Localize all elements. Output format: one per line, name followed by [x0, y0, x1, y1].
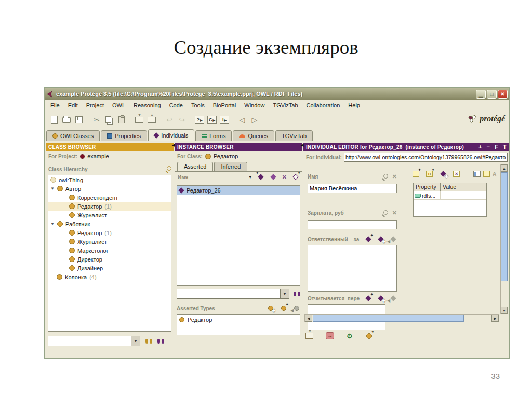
tree-item-designer[interactable]: Дизайнер — [48, 264, 171, 272]
menu-bioportal[interactable]: BioPortal — [209, 101, 241, 109]
menu-owl[interactable]: OWL — [108, 101, 129, 109]
search-class-icon[interactable] — [165, 166, 171, 172]
copy-instance-icon[interactable] — [270, 173, 277, 181]
expander-icon[interactable]: ▼ — [50, 186, 55, 191]
find-class-icon[interactable] — [145, 338, 152, 344]
undo-icon[interactable]: ↩ — [164, 114, 175, 126]
maximize-button[interactable]: □ — [487, 90, 497, 99]
menu-collaboration[interactable]: Collaboration — [302, 101, 344, 109]
annotation-row[interactable]: rdfs... — [414, 191, 486, 200]
delete-annotation-icon[interactable]: ✕ — [453, 170, 460, 177]
menu-file[interactable]: File — [46, 101, 64, 109]
layout-icon[interactable] — [473, 171, 481, 177]
tree-item-owl-thing[interactable]: owl:Thing — [48, 175, 171, 184]
tree-item-worker[interactable]: ▼Работник — [48, 219, 171, 228]
tree-item-journalist2[interactable]: Журналист — [48, 237, 171, 246]
salary-field-input[interactable] — [308, 220, 397, 229]
responsible-for-list[interactable] — [308, 245, 397, 292]
new-project-icon[interactable] — [48, 114, 60, 126]
class-search-combo[interactable]: ▼ — [48, 336, 140, 346]
goto-resource-icon[interactable]: → — [326, 332, 334, 339]
archive-icon[interactable] — [134, 114, 145, 126]
expander-icon[interactable]: ▼ — [50, 222, 55, 226]
horizontal-scrollbar[interactable]: ◀ ▶ — [304, 314, 499, 322]
menu-code[interactable]: Code — [165, 101, 187, 109]
tab-inferred[interactable]: Inferred — [214, 162, 247, 171]
vertical-scrollbar[interactable]: ▲ ▼ — [500, 164, 508, 314]
individual-uri-input[interactable] — [344, 153, 508, 162]
menu-help[interactable]: Help — [344, 101, 364, 109]
scroll-down-icon[interactable]: ▼ — [501, 307, 508, 314]
annotation-a-icon[interactable] — [483, 170, 490, 177]
copy-icon[interactable] — [103, 114, 115, 126]
annotation-row-empty[interactable] — [414, 208, 486, 216]
horizontal-scroll-thumb[interactable] — [313, 315, 464, 322]
asserted-types-list[interactable]: Редактор — [177, 314, 300, 335]
scroll-left-icon[interactable]: ◀ — [305, 315, 312, 322]
search-value-icon[interactable] — [381, 174, 388, 180]
instance-search-combo[interactable]: ▼ — [177, 289, 289, 299]
create-resource-icon[interactable]: ✦ — [364, 295, 372, 302]
minimize-button[interactable]: ▁ — [476, 90, 486, 99]
instance-list[interactable]: Редактор_26 — [177, 185, 300, 286]
class-box-icon[interactable]: C▶ — [206, 114, 218, 126]
tree-item-director[interactable]: Директор — [48, 255, 171, 264]
tree-item-column[interactable]: Колонка(4) — [48, 272, 171, 281]
menu-project[interactable]: Project — [82, 101, 108, 109]
remove-resource-icon[interactable]: ◀ — [389, 236, 397, 243]
annotate-instance-icon[interactable]: ✦ — [291, 173, 299, 181]
forward-icon[interactable]: ▷ — [249, 114, 260, 126]
add-resource-icon[interactable]: ✚ — [377, 295, 384, 302]
paste-icon[interactable] — [116, 114, 127, 126]
dropdown-arrow-icon[interactable]: ▼ — [131, 336, 140, 346]
clear-value-icon[interactable]: ✕ — [392, 173, 397, 180]
tree-item-editor2[interactable]: Редактор(1) — [48, 228, 171, 237]
editor-f-button[interactable]: F — [495, 144, 498, 150]
back-icon[interactable]: ◁ — [236, 114, 248, 126]
splitter-collapse-icon[interactable]: ◀ — [172, 143, 175, 147]
menu-edit[interactable]: Edit — [64, 101, 82, 109]
extract-icon[interactable] — [146, 114, 157, 126]
query-box-icon[interactable]: ?▶ — [194, 114, 205, 126]
add-type-icon[interactable]: ✚ — [267, 305, 274, 312]
create-type-icon[interactable]: ✦ — [280, 305, 287, 312]
save-project-icon[interactable] — [73, 114, 85, 126]
tree-item-correspondent[interactable]: Корреспондент — [48, 193, 171, 202]
vertical-scroll-thumb[interactable] — [501, 172, 508, 281]
annotations-table[interactable]: Property Value rdfs... — [413, 183, 487, 217]
editor-minus-button[interactable]: − — [487, 144, 490, 150]
add-resource-icon[interactable]: ✚ — [377, 236, 384, 243]
search-value-icon[interactable] — [381, 210, 388, 216]
find-individual-icon[interactable] — [157, 338, 164, 344]
class-tree[interactable]: owl:Thing ▼Автор Корреспондент Редактор(… — [48, 175, 171, 332]
open-project-icon[interactable] — [61, 114, 72, 126]
scroll-up-icon[interactable]: ▲ — [501, 164, 508, 172]
run-reasoner-icon[interactable]: ⚙ — [347, 333, 353, 339]
menu-reasoning[interactable]: Reasoning — [129, 101, 165, 109]
annotation-row-empty[interactable] — [414, 200, 486, 208]
tree-item-editor-selected[interactable]: Редактор(1) — [48, 202, 171, 211]
delete-instance-icon[interactable]: ✕ — [282, 174, 287, 181]
instance-row-selected[interactable]: Редактор_26 — [177, 186, 300, 195]
find-instance-icon[interactable] — [294, 291, 300, 296]
scroll-right-icon[interactable]: ▶ — [491, 315, 499, 322]
clear-value-icon[interactable]: ✕ — [392, 210, 397, 216]
remove-resource-icon[interactable]: ◀ — [389, 295, 397, 302]
tab-forms[interactable]: Forms — [195, 130, 232, 141]
menu-window[interactable]: Window — [240, 101, 269, 109]
tab-individuals[interactable]: Individuals — [148, 129, 194, 141]
create-class-icon[interactable]: ✦ — [365, 332, 373, 339]
tree-item-author[interactable]: ▼Автор — [48, 184, 171, 193]
window-titlebar[interactable]: example Protégé 3.5 (file:\C:\Program%20… — [45, 88, 509, 100]
menu-tools[interactable]: Tools — [187, 101, 209, 109]
tab-owlclasses[interactable]: OWLClasses — [46, 130, 100, 141]
tab-properties[interactable]: Properties — [101, 130, 147, 141]
close-button[interactable]: ✕ — [498, 90, 508, 99]
tree-item-journalist[interactable]: Журналист — [48, 211, 171, 219]
individual-box-icon[interactable]: I▶ — [219, 114, 230, 126]
editor-t-button[interactable]: T — [503, 144, 507, 150]
name-field-input[interactable] — [308, 184, 397, 193]
asserted-type-row[interactable]: Редактор — [177, 315, 300, 324]
dropdown-arrow-icon[interactable]: ▼ — [281, 289, 289, 299]
tab-queries[interactable]: Queries — [233, 130, 274, 141]
